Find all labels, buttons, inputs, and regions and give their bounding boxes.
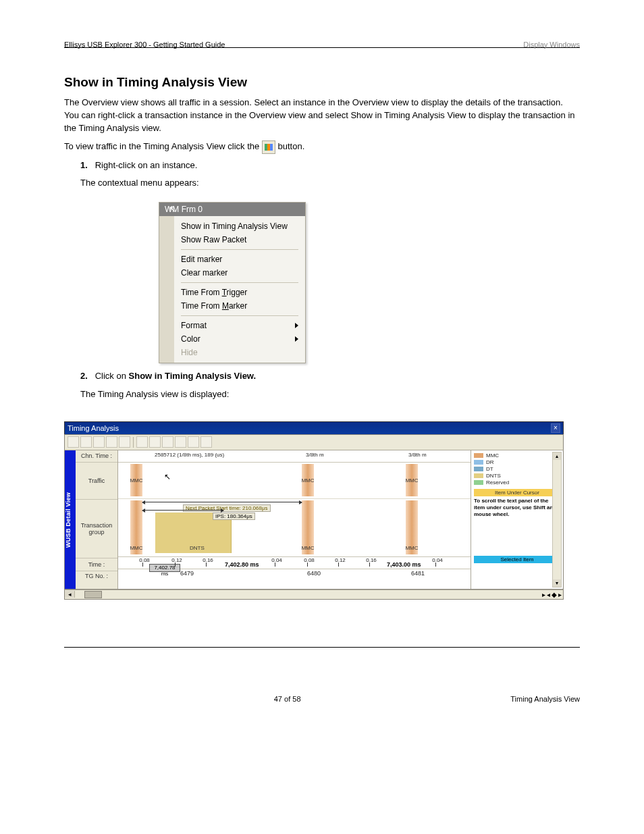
scroll-thumb[interactable] bbox=[84, 591, 102, 598]
context-menu-items: Show in Timing Analysis View Show Raw Pa… bbox=[174, 216, 305, 363]
legend-dnts: DNTS bbox=[474, 473, 560, 479]
legend-dt: DT bbox=[474, 466, 560, 473]
menu-separator bbox=[181, 249, 298, 250]
toolbar-hint-paragraph: To view traffic in the Timing Analysis V… bbox=[64, 140, 580, 154]
close-button[interactable]: × bbox=[551, 423, 560, 433]
context-menu-gutter bbox=[159, 216, 174, 363]
step-text-a: Click on bbox=[95, 371, 126, 381]
timing-canvas[interactable]: 2585712 (1/8th ms), 189 (us) 3/8th m 3/8… bbox=[118, 450, 471, 589]
zoom-fit-icon[interactable] bbox=[106, 436, 117, 448]
submenu-arrow-icon bbox=[295, 323, 298, 328]
label-chn-time: Chn. Time : bbox=[76, 450, 117, 463]
mouse-cursor-icon: ↖ bbox=[164, 472, 171, 481]
time-major: 7,403.00 ms bbox=[387, 561, 421, 568]
ips-tag: IPS: 180.364μs bbox=[213, 513, 255, 520]
step-1-result: The contextual menu appears: bbox=[80, 177, 580, 190]
right-panel-scrollbar[interactable]: ▴ ▾ bbox=[552, 452, 562, 588]
menu-clear-marker[interactable]: Clear marker bbox=[174, 266, 305, 280]
hand-icon[interactable] bbox=[149, 436, 161, 448]
time-major: 7,402.80 ms bbox=[225, 561, 259, 568]
context-menu: ↖ WM Frm 0 Show in Timing Analysis View … bbox=[159, 202, 306, 363]
export-icon[interactable] bbox=[188, 436, 199, 448]
tg-number: 6480 bbox=[300, 570, 327, 577]
timing-analysis-figure: Timing Analysis × WUSB Detail View Chn. … bbox=[64, 421, 564, 600]
intro-paragraph: The Overview view shows all traffic in a… bbox=[64, 97, 580, 135]
context-menu-title: ↖ WM Frm 0 bbox=[159, 203, 305, 216]
mmc-traffic-block[interactable]: MMC bbox=[130, 464, 142, 496]
label-traffic: Traffic bbox=[76, 463, 117, 500]
cursor-icon[interactable] bbox=[136, 436, 148, 448]
mmc-tg-block[interactable]: MMC bbox=[130, 500, 142, 554]
legend-reserved: Reserved bbox=[474, 479, 560, 486]
scroll-up-icon[interactable]: ▴ bbox=[553, 452, 561, 460]
picture-icon[interactable] bbox=[200, 436, 212, 448]
timing-analysis-title: Timing Analysis bbox=[68, 424, 119, 432]
menu-separator bbox=[181, 315, 298, 316]
section-heading: Show in Timing Analysis View bbox=[64, 75, 580, 90]
step-2-result: The Timing Analysis view is displayed: bbox=[80, 388, 580, 401]
step-number: 2. bbox=[80, 371, 88, 381]
menu-edit-marker[interactable]: Edit marker bbox=[174, 253, 305, 266]
tg-number: 6479 bbox=[173, 570, 200, 577]
doc-title: Ellisys USB Explorer 300 - Getting Start… bbox=[64, 41, 225, 49]
cursor-icon: ↖ bbox=[169, 204, 176, 214]
cursor-hint: To scroll the text panel of the item und… bbox=[474, 498, 560, 518]
span-arrow bbox=[142, 502, 302, 502]
label-tg-no: TG No. : bbox=[76, 571, 117, 581]
options-icon[interactable] bbox=[175, 436, 186, 448]
mmc-tg-block[interactable]: MMC bbox=[406, 500, 418, 554]
ips-arrow bbox=[142, 510, 223, 511]
scroll-left-icon[interactable]: ◂ bbox=[65, 591, 75, 598]
toolbar-separator bbox=[133, 437, 134, 448]
row-labels: Chn. Time : Traffic Transaction group Ti… bbox=[76, 450, 118, 589]
menu-format[interactable]: Format bbox=[174, 319, 305, 332]
menu-hide: Hide bbox=[174, 346, 305, 359]
timing-analysis-titlebar: Timing Analysis × bbox=[64, 421, 564, 434]
chn-time-value: 2585712 (1/8th ms), 189 (us) bbox=[155, 452, 224, 458]
context-menu-figure: ↖ WM Frm 0 Show in Timing Analysis View … bbox=[159, 202, 580, 363]
bracket-icon[interactable] bbox=[162, 436, 173, 448]
legend-dr: DR bbox=[474, 459, 560, 466]
mmc-tg-block[interactable]: MMC bbox=[302, 500, 314, 554]
step-left-icon[interactable]: ◂ bbox=[547, 591, 550, 598]
step-right-icon[interactable]: ▸ bbox=[558, 591, 562, 598]
footer-rule bbox=[64, 647, 580, 648]
zoom-reset-icon[interactable] bbox=[119, 436, 130, 448]
chn-time-value: 3/8th m bbox=[306, 452, 324, 458]
step-2: 2. Click on Show in Timing Analysis View… bbox=[80, 370, 580, 383]
menu-separator bbox=[181, 282, 298, 283]
mmc-traffic-block[interactable]: MMC bbox=[406, 464, 418, 496]
item-under-cursor-head: Item Under Cursor bbox=[474, 489, 560, 496]
menu-show-timing[interactable]: Show in Timing Analysis View bbox=[174, 219, 305, 233]
scroll-right-icon[interactable]: ▸ bbox=[542, 591, 545, 598]
menu-color[interactable]: Color bbox=[174, 332, 305, 346]
step-text: Right-click on an instance. bbox=[95, 160, 198, 170]
timing-analysis-toolbar-icon bbox=[262, 140, 275, 154]
next-packet-tag: Next Packet Start time: 210.068μs bbox=[183, 504, 271, 512]
page-footer: 47 of 58 Timing Analysis View bbox=[64, 695, 580, 703]
scroll-down-icon[interactable]: ▾ bbox=[553, 579, 561, 587]
chn-time-value: 3/8th m bbox=[408, 452, 427, 458]
timing-right-panel: MMC DR DT DNTS Reserved Item Under Curso… bbox=[471, 450, 563, 589]
menu-time-from-marker[interactable]: Time From Marker bbox=[174, 299, 305, 313]
label-transaction-group: Transaction group bbox=[76, 500, 117, 558]
timing-horiz-scrollbar[interactable]: ◂ ▸ ◂ ◆ ▸ bbox=[64, 590, 564, 600]
menu-show-raw[interactable]: Show Raw Packet bbox=[174, 233, 305, 246]
footer-section: Timing Analysis View bbox=[510, 695, 580, 703]
mmc-traffic-block[interactable]: MMC bbox=[302, 464, 314, 496]
zoom-region-icon[interactable] bbox=[93, 436, 105, 448]
dnts-block[interactable] bbox=[155, 513, 175, 553]
stop-icon[interactable]: ◆ bbox=[552, 591, 557, 598]
legend-mmc: MMC bbox=[474, 452, 560, 459]
menu-time-from-trigger[interactable]: Time From Trigger bbox=[174, 286, 305, 299]
label-time: Time : bbox=[76, 558, 117, 571]
timing-analysis-toolbar bbox=[64, 434, 564, 450]
submenu-arrow-icon bbox=[295, 336, 298, 342]
hint-suffix: button. bbox=[278, 141, 305, 151]
hint-prefix: To view traffic in the Timing Analysis V… bbox=[64, 141, 262, 151]
timing-analysis-body: WUSB Detail View Chn. Time : Traffic Tra… bbox=[64, 450, 564, 590]
zoom-in-icon[interactable] bbox=[68, 436, 79, 448]
zoom-out-icon[interactable] bbox=[80, 436, 92, 448]
step-number: 1. bbox=[80, 160, 88, 170]
wusb-detail-tab[interactable]: WUSB Detail View bbox=[65, 450, 76, 589]
